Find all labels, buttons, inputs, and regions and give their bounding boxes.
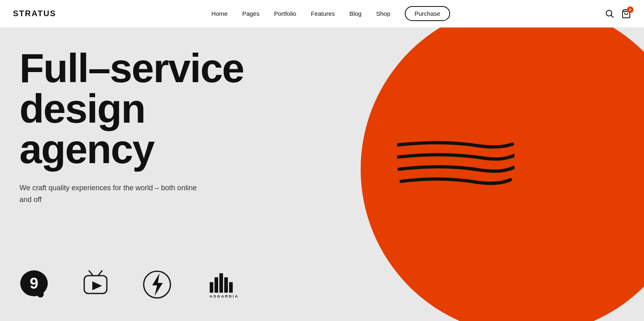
svg-text:9: 9 [30,275,38,292]
brand-logo-nine: 9 [19,270,49,301]
site-logo[interactable]: STRATUS [13,9,56,18]
svg-line-1 [611,15,614,17]
svg-text:ASGARDIA: ASGARDIA [210,294,239,298]
search-icon [605,9,614,18]
hero-section: Full–service design agency We craft qual… [0,28,644,321]
nav-features[interactable]: Features [311,10,335,17]
brand-logo-tv [81,270,110,301]
hero-subtitle: We craft quality experiences for the wor… [19,182,206,206]
header: STRATUS Home Pages Portfolio Features Bl… [0,0,644,28]
hero-title: Full–service design agency [19,48,270,169]
hero-content: Full–service design agency We craft qual… [19,48,270,230]
nav-blog[interactable]: Blog [349,10,361,17]
nav-portfolio[interactable]: Portfolio [274,10,296,17]
nav-pages[interactable]: Pages [242,10,259,17]
brand-logo-asgardia: ASGARDIA [204,270,244,301]
svg-rect-13 [229,282,233,293]
svg-rect-9 [210,282,213,293]
svg-rect-10 [215,277,218,293]
cart-badge: 0 [627,6,633,13]
svg-rect-11 [219,273,223,293]
header-icons: 0 [605,9,631,19]
cart-button[interactable]: 0 [621,9,631,19]
logos-row: 9 [19,270,244,301]
brand-logo-bolt [142,270,172,301]
nav-shop[interactable]: Shop [376,10,390,17]
svg-rect-12 [224,277,228,293]
squiggle-decoration [397,137,514,189]
purchase-button[interactable]: Purchase [405,6,450,21]
svg-point-4 [37,291,44,298]
nav-home[interactable]: Home [211,10,227,17]
main-nav: Home Pages Portfolio Features Blog Shop … [211,6,450,21]
search-button[interactable] [605,9,614,18]
svg-marker-7 [92,281,102,290]
